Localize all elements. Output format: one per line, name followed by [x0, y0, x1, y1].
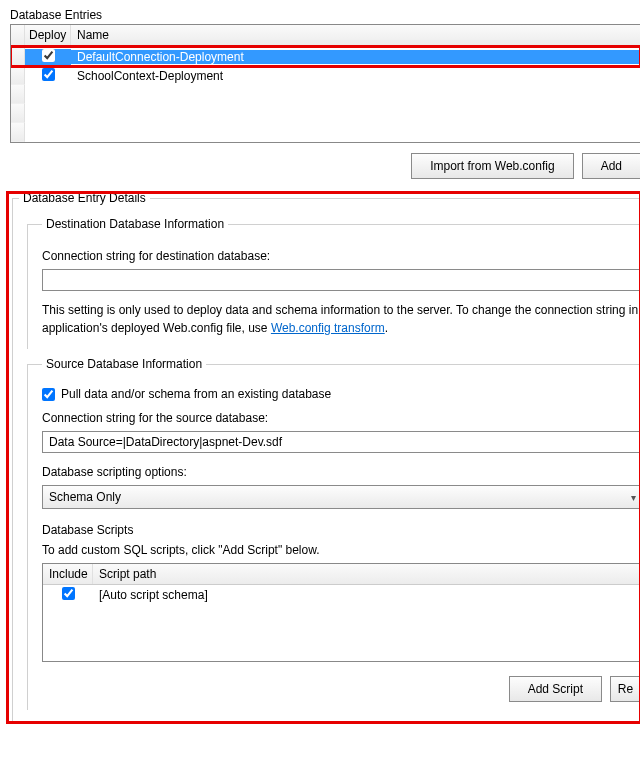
add-entry-button[interactable]: Add — [582, 153, 640, 179]
dest-db-title: Destination Database Information — [42, 217, 228, 231]
table-row[interactable] — [11, 85, 640, 104]
dest-conn-input[interactable] — [42, 269, 640, 291]
scripting-options-combo[interactable]: Schema Only ▾ — [42, 485, 640, 509]
add-script-button[interactable]: Add Script — [509, 676, 602, 702]
db-entries-header: Deploy Name — [11, 25, 640, 47]
table-row[interactable] — [43, 623, 640, 642]
dest-note: This setting is only used to deploy data… — [42, 301, 640, 337]
remove-script-button[interactable]: Re — [610, 676, 640, 702]
db-entries-title: Database Entries — [10, 8, 640, 22]
pull-data-checkbox[interactable] — [42, 388, 55, 401]
deploy-checkbox[interactable] — [42, 68, 55, 81]
col-scriptpath-header[interactable]: Script path — [93, 564, 640, 584]
deploy-checkbox[interactable] — [42, 49, 55, 62]
scripts-grid[interactable]: Include Script path [Auto script schema] — [42, 563, 640, 662]
source-conn-label: Connection string for the source databas… — [42, 411, 640, 425]
table-row[interactable] — [43, 642, 640, 661]
entry-name: SchoolContext-Deployment — [71, 69, 640, 83]
chevron-down-icon: ▾ — [631, 492, 636, 503]
source-db-group: Source Database Information Pull data an… — [27, 357, 640, 710]
import-webconfig-button[interactable]: Import from Web.config — [411, 153, 574, 179]
webconfig-transform-link[interactable]: Web.config transform — [271, 321, 385, 335]
entry-name: DefaultConnection-Deployment — [71, 50, 640, 64]
script-path: [Auto script schema] — [93, 588, 640, 602]
scripting-options-value: Schema Only — [49, 490, 121, 504]
col-include-header[interactable]: Include — [43, 564, 93, 584]
table-row[interactable] — [11, 104, 640, 123]
col-name-header[interactable]: Name — [71, 25, 640, 46]
pull-data-label[interactable]: Pull data and/or schema from an existing… — [61, 387, 331, 401]
db-entry-details-group: Database Entry Details Destination Datab… — [12, 191, 640, 724]
include-checkbox[interactable] — [62, 587, 75, 600]
dest-conn-label: Connection string for destination databa… — [42, 249, 640, 263]
db-scripts-note: To add custom SQL scripts, click "Add Sc… — [42, 543, 640, 557]
db-scripts-title: Database Scripts — [42, 523, 640, 537]
source-db-title: Source Database Information — [42, 357, 206, 371]
table-row[interactable] — [43, 604, 640, 623]
col-deploy-header[interactable]: Deploy — [25, 25, 71, 46]
dest-db-group: Destination Database Information Connect… — [27, 217, 640, 349]
db-entries-grid[interactable]: Deploy Name DefaultConnection-Deployment… — [10, 24, 640, 143]
table-row[interactable]: SchoolContext-Deployment — [11, 66, 640, 85]
db-entry-details-title: Database Entry Details — [19, 191, 150, 205]
table-row[interactable]: [Auto script schema] — [43, 585, 640, 604]
table-row[interactable]: DefaultConnection-Deployment — [11, 47, 640, 66]
scripting-options-label: Database scripting options: — [42, 465, 640, 479]
source-conn-input[interactable] — [42, 431, 640, 453]
table-row[interactable] — [11, 123, 640, 142]
